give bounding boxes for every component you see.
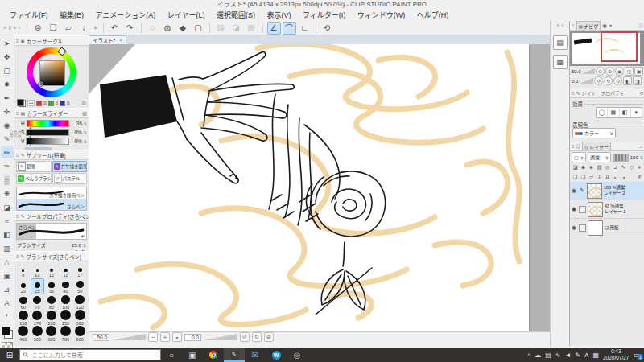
pencil-tool-icon[interactable]: ✏	[1, 146, 14, 158]
nav-flip-h-button[interactable]: ◧	[623, 76, 632, 85]
menu-help[interactable]: ヘルプ(H)	[412, 10, 454, 21]
undo-button[interactable]: ↶	[108, 22, 122, 35]
w-app-taskbar-icon[interactable]: W	[266, 348, 287, 362]
clip-studio-menu-button[interactable]: ⊜	[31, 22, 45, 35]
selection-tool-icon[interactable]: ▢	[1, 64, 14, 76]
cortana-button[interactable]: ○	[161, 348, 182, 362]
mail-taskbar-icon[interactable]: ✉	[245, 348, 266, 362]
brush-size-value[interactable]: 25.0	[72, 243, 81, 248]
brush-size-150[interactable]: 150	[16, 311, 31, 327]
material-palette-button[interactable]: ▦	[553, 55, 568, 69]
gradient-tool-icon[interactable]: ▥	[1, 242, 14, 254]
zoom-slider[interactable]	[112, 334, 146, 340]
nav-fit-button[interactable]: ◫	[625, 67, 634, 76]
menu-view[interactable]: 表示(V)	[262, 10, 295, 21]
brush-size-70[interactable]: 70	[31, 294, 45, 311]
auto-select-tool-icon[interactable]: ✸	[1, 78, 14, 90]
layer-row-1[interactable]: ◉ 43 %通常 レイヤー 1	[570, 200, 644, 219]
brush-size-50[interactable]: 50	[72, 278, 87, 294]
new-folder-icon[interactable]: ▱	[588, 173, 595, 181]
ime-mode-icon[interactable]: A	[584, 352, 588, 359]
palette-filter-chevron-icon[interactable]: ▾	[636, 163, 643, 171]
mode-cmy[interactable]: CMY	[9, 130, 13, 138]
nav-zoom-out-button[interactable]: ⊖	[596, 67, 605, 76]
blend-mode-dropdown[interactable]: 通常∨	[588, 152, 611, 162]
open-file-button[interactable]: ▱	[62, 22, 76, 35]
information-tab-icon[interactable]: ⓘ	[638, 22, 643, 29]
canvas-viewport[interactable]	[89, 44, 529, 331]
sv-knob[interactable]	[38, 81, 43, 87]
reference-layer-icon[interactable]: ◆	[580, 163, 587, 171]
border-selection-button[interactable]: ▢	[192, 22, 205, 35]
menu-selection[interactable]: 選択範囲(S)	[212, 10, 260, 21]
navigator-zoom-value[interactable]: 50.0	[572, 69, 581, 74]
rotate-right-button[interactable]: ↻	[252, 332, 262, 342]
selection-launcher-button[interactable]: ◆	[176, 22, 190, 35]
brush-size-30[interactable]: 30	[44, 278, 59, 294]
operation-tool-icon[interactable]: ➤	[1, 37, 14, 49]
mini-color-swatches[interactable]	[17, 99, 26, 107]
clip-studio-taskbar-icon[interactable]: ✎	[224, 348, 245, 362]
move-view-tool-icon[interactable]: ✛	[1, 105, 14, 117]
clip-to-layer-below-icon[interactable]: ◪	[572, 163, 579, 171]
lock-layer-icon[interactable]: ◈	[588, 163, 595, 171]
nav-reset-button[interactable]: ◨	[633, 76, 642, 85]
slider-settings-icon[interactable]: ▨	[82, 110, 87, 116]
value-spinner[interactable]: ⇅	[84, 139, 87, 144]
menu-edit[interactable]: 編集(E)	[55, 10, 89, 21]
new-vector-layer-icon[interactable]: ❑	[580, 173, 587, 181]
rotation-value[interactable]: 0.0	[184, 334, 201, 341]
start-button[interactable]: ⊞	[0, 348, 19, 362]
fill-tool-icon[interactable]: ◧	[1, 228, 14, 241]
touch-keyboard-icon[interactable]: ▦	[592, 352, 599, 359]
panel-menu-icon[interactable]: ≡	[16, 214, 19, 219]
pen-settings-icon[interactable]: ✎	[575, 352, 580, 359]
subtool-benri-brush[interactable]: ✎べんりブラシ	[16, 173, 52, 184]
saturation-spinner[interactable]: ⇅	[84, 130, 87, 135]
link-tab-icon[interactable]: ⚭	[609, 23, 613, 28]
rotate-reset-button[interactable]: ⊘	[264, 332, 274, 342]
brush-size-250[interactable]: 250	[59, 311, 73, 327]
layer-color-effect-button[interactable]: ◧	[620, 108, 631, 117]
panel-menu-icon[interactable]: ≡	[16, 111, 19, 116]
save-file-button[interactable]: ↓	[77, 22, 91, 35]
panel-menu-icon[interactable]: ≡	[572, 91, 575, 96]
layer-thumbnail[interactable]	[587, 183, 602, 199]
quick-access-palette-button[interactable]: ▤	[553, 35, 568, 50]
nav-zoom-100-button[interactable]: ◉	[615, 67, 624, 76]
panel-menu-icon[interactable]: ≡	[16, 153, 19, 158]
rotation-slider[interactable]	[204, 334, 237, 340]
taskbar-clock[interactable]: 0:43 2020/07/27	[603, 348, 630, 361]
taskbar-search[interactable]: ⚲	[19, 349, 161, 360]
nav-rotate-right-button[interactable]: ↻	[604, 76, 613, 85]
blend-tool-icon[interactable]: ≈	[1, 215, 14, 227]
menu-filter[interactable]: フィルター(I)	[298, 10, 350, 21]
brush-size-80[interactable]: 80	[44, 294, 59, 311]
opacity-value[interactable]: 100	[630, 155, 638, 160]
expression-color-dropdown[interactable]: カラー ∨	[572, 128, 616, 138]
brush-size-100[interactable]: 100	[59, 294, 73, 311]
delete-layer-icon[interactable]: ✗	[636, 173, 643, 181]
brush-size-15[interactable]: 15	[59, 262, 73, 278]
layer-folder-tab-icon[interactable]: ▱	[639, 143, 643, 149]
brush-size-700[interactable]: 700	[59, 327, 73, 343]
brush-tool-icon[interactable]: ✑	[1, 160, 14, 172]
save-menu-chevron[interactable]: ▾	[93, 24, 99, 31]
snap-to-grid-button[interactable]: ∟	[298, 22, 312, 35]
foreground-color-swatch[interactable]	[2, 327, 10, 335]
panel-menu-icon[interactable]: ≡	[572, 23, 575, 28]
move-layer-tool-icon[interactable]: ✥	[1, 51, 14, 63]
visibility-eye-icon[interactable]: ◉	[571, 187, 577, 194]
subtool-pencil[interactable]: ✎鉛筆	[16, 161, 52, 172]
subtool-gasa-pencil[interactable]: ✎ガサ描き鉛筆	[52, 161, 88, 172]
paper-thumbnail[interactable]	[588, 220, 603, 236]
menu-file[interactable]: ファイル(F)	[5, 10, 53, 21]
brush-size-10[interactable]: 10	[31, 262, 45, 278]
layer-search-tab-icon[interactable]: ❏	[576, 143, 580, 149]
brush-size-120[interactable]: 120	[72, 294, 87, 311]
brush-size-12[interactable]: 12	[44, 262, 59, 278]
effect-chevron-icon[interactable]: ▾	[631, 108, 642, 117]
stroke-lock-icon[interactable]: ☛	[81, 233, 85, 239]
hue-spinner[interactable]: ⇅	[84, 121, 87, 126]
clip-studio-launcher-icon[interactable]: ◎	[287, 348, 308, 362]
